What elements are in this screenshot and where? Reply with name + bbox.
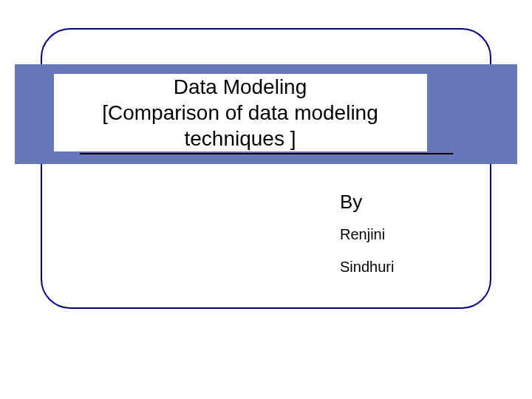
title-box: Data Modeling [Comparison of data modeli… — [54, 74, 427, 151]
title-line-1: Data Modeling — [174, 75, 307, 98]
title-line-3: techniques ] — [184, 127, 296, 150]
title-inner-container: Data Modeling [Comparison of data modeli… — [80, 74, 453, 154]
author-1: Renjini — [340, 226, 385, 243]
title-text: Data Modeling [Comparison of data modeli… — [102, 74, 378, 151]
title-banner: Data Modeling [Comparison of data modeli… — [15, 64, 517, 164]
by-label: By — [340, 191, 362, 214]
title-line-2: [Comparison of data modeling — [102, 101, 378, 124]
author-2: Sindhuri — [340, 259, 394, 276]
title-underline — [80, 153, 453, 154]
